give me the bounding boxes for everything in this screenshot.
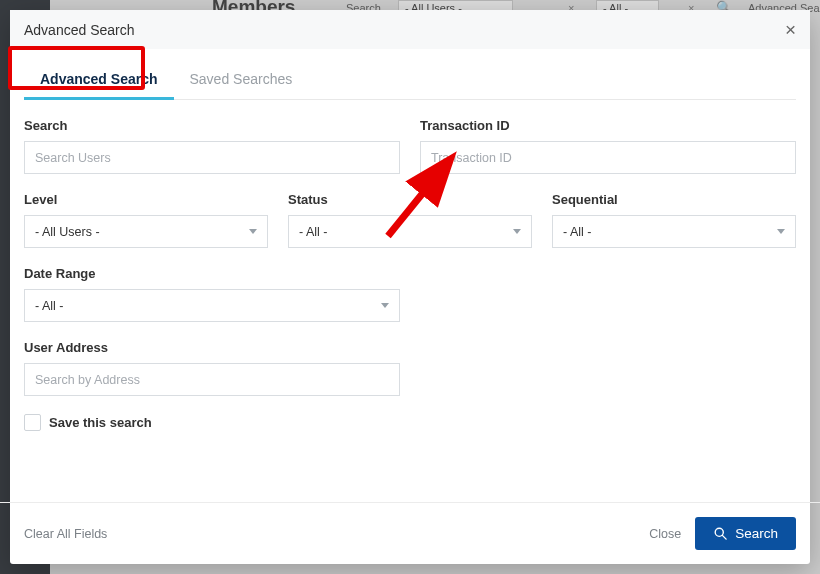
field-date-range: Date Range - All - bbox=[24, 266, 400, 322]
user-address-label: User Address bbox=[24, 340, 400, 355]
tab-advanced-search[interactable]: Advanced Search bbox=[24, 61, 174, 99]
chevron-down-icon bbox=[513, 229, 521, 234]
close-button[interactable]: Close bbox=[649, 527, 681, 541]
sequential-select[interactable]: - All - bbox=[552, 215, 796, 248]
close-icon[interactable]: × bbox=[785, 20, 796, 39]
level-value: - All Users - bbox=[35, 225, 100, 239]
search-icon bbox=[713, 526, 728, 541]
tab-bar: Advanced Search Saved Searches bbox=[24, 61, 796, 100]
svg-line-3 bbox=[723, 535, 727, 539]
transaction-id-label: Transaction ID bbox=[420, 118, 796, 133]
advanced-search-modal: Advanced Search × Advanced Search Saved … bbox=[10, 10, 810, 564]
chevron-down-icon bbox=[381, 303, 389, 308]
tab-saved-searches[interactable]: Saved Searches bbox=[174, 61, 309, 99]
status-label: Status bbox=[288, 192, 532, 207]
level-label: Level bbox=[24, 192, 268, 207]
save-search-row: Save this search bbox=[24, 414, 796, 431]
save-search-checkbox[interactable] bbox=[24, 414, 41, 431]
field-level: Level - All Users - bbox=[24, 192, 268, 248]
sequential-label: Sequential bbox=[552, 192, 796, 207]
date-range-value: - All - bbox=[35, 299, 63, 313]
field-status: Status - All - bbox=[288, 192, 532, 248]
form-area: Search Transaction ID Level - All Users … bbox=[24, 100, 796, 431]
modal-body: Advanced Search Saved Searches Search Tr… bbox=[10, 49, 810, 496]
search-label: Search bbox=[24, 118, 400, 133]
level-select[interactable]: - All Users - bbox=[24, 215, 268, 248]
search-button[interactable]: Search bbox=[695, 517, 796, 550]
field-user-address: User Address bbox=[24, 340, 400, 396]
date-range-select[interactable]: - All - bbox=[24, 289, 400, 322]
field-search: Search bbox=[24, 118, 400, 174]
sequential-value: - All - bbox=[563, 225, 591, 239]
status-value: - All - bbox=[299, 225, 327, 239]
field-transaction-id: Transaction ID bbox=[420, 118, 796, 174]
search-input[interactable] bbox=[24, 141, 400, 174]
clear-all-fields-link[interactable]: Clear All Fields bbox=[24, 527, 107, 541]
status-select[interactable]: - All - bbox=[288, 215, 532, 248]
date-range-label: Date Range bbox=[24, 266, 400, 281]
modal-footer: Clear All Fields Close Search bbox=[10, 503, 810, 564]
chevron-down-icon bbox=[249, 229, 257, 234]
transaction-id-input[interactable] bbox=[420, 141, 796, 174]
field-sequential: Sequential - All - bbox=[552, 192, 796, 248]
modal-header: Advanced Search × bbox=[10, 10, 810, 49]
save-search-label: Save this search bbox=[49, 415, 152, 430]
user-address-input[interactable] bbox=[24, 363, 400, 396]
search-button-label: Search bbox=[735, 526, 778, 541]
chevron-down-icon bbox=[777, 229, 785, 234]
modal-title: Advanced Search bbox=[24, 22, 135, 38]
